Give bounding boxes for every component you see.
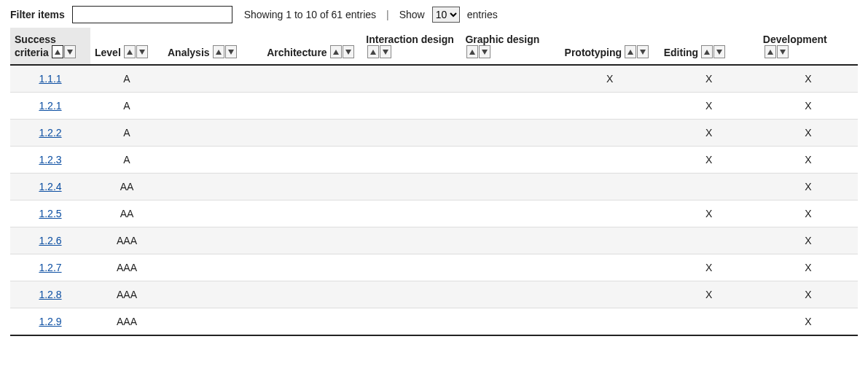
arrow-down-icon: [67, 50, 73, 55]
arrow-up-icon: [469, 50, 475, 55]
sort-desc-button[interactable]: [64, 45, 76, 58]
sort-desc-button[interactable]: [343, 45, 354, 58]
table-row: 1.2.5AAXX: [10, 200, 858, 227]
arrow-down-icon: [228, 50, 234, 55]
col-header-graphic: Graphic design: [461, 28, 560, 65]
success-criteria-link[interactable]: 1.2.5: [39, 208, 61, 219]
cell-sc: 1.2.6: [10, 227, 90, 254]
cell-development: X: [759, 120, 858, 147]
success-criteria-link[interactable]: 1.2.8: [39, 289, 61, 300]
cell-graphic: [461, 281, 560, 308]
cell-interaction: [361, 281, 461, 308]
cell-architecture: [262, 200, 361, 227]
col-header-prototyping: Prototyping: [560, 28, 660, 65]
cell-prototyping: [560, 120, 660, 147]
cell-interaction: [361, 200, 461, 227]
sort-asc-button[interactable]: [765, 45, 776, 58]
cell-architecture: [262, 254, 361, 281]
table-controls: Filter items Showing 1 to 10 of 61 entri…: [10, 6, 858, 23]
col-header-sc: Success criteria: [10, 28, 90, 65]
success-criteria-link[interactable]: 1.2.9: [39, 316, 61, 327]
cell-editing: X: [660, 120, 759, 147]
cell-prototyping: [560, 254, 660, 281]
cell-sc: 1.2.3: [10, 147, 90, 174]
cell-level: A: [90, 147, 163, 174]
cell-sc: 1.2.2: [10, 120, 90, 147]
sort-asc-button[interactable]: [330, 45, 342, 58]
cell-graphic: [461, 93, 560, 120]
sort-desc-button[interactable]: [380, 45, 391, 58]
sort-desc-button[interactable]: [225, 45, 237, 58]
cell-graphic: [461, 200, 560, 227]
filter-label: Filter items: [10, 9, 65, 20]
sort-asc-button[interactable]: [701, 45, 713, 58]
table-row: 1.2.2AXX: [10, 120, 858, 147]
arrow-up-icon: [767, 50, 773, 55]
arrow-up-icon: [216, 50, 222, 55]
table-body: 1.1.1AXXX1.2.1AXX1.2.2AXX1.2.3AXX1.2.4AA…: [10, 65, 858, 335]
success-criteria-link[interactable]: 1.2.1: [39, 100, 61, 112]
success-criteria-link[interactable]: 1.2.2: [39, 127, 61, 139]
arrow-down-icon: [640, 50, 646, 55]
sort-desc-button[interactable]: [136, 45, 148, 58]
sort-asc-button[interactable]: [52, 45, 63, 58]
sort-desc-button[interactable]: [637, 45, 649, 58]
cell-prototyping: [560, 281, 660, 308]
success-criteria-link[interactable]: 1.1.1: [39, 73, 61, 85]
cell-level: A: [90, 93, 163, 120]
arrow-up-icon: [627, 50, 633, 55]
cell-sc: 1.2.9: [10, 308, 90, 336]
sort-controls: [625, 45, 649, 58]
success-criteria-link[interactable]: 1.2.4: [39, 181, 61, 192]
sort-controls: [330, 45, 354, 58]
entries-per-page-select[interactable]: 10: [432, 7, 460, 23]
sort-asc-button[interactable]: [213, 45, 224, 58]
success-criteria-link[interactable]: 1.2.7: [39, 262, 61, 273]
cell-graphic: [461, 308, 560, 336]
cell-analysis: [163, 308, 262, 336]
col-header-label: Interaction design: [366, 34, 454, 45]
sort-controls: [466, 45, 490, 58]
cell-graphic: [461, 120, 560, 147]
cell-graphic: [461, 147, 560, 174]
cell-prototyping: [560, 227, 660, 254]
cell-editing: [660, 174, 759, 200]
arrow-down-icon: [383, 50, 388, 55]
col-header-label: Development: [763, 34, 827, 45]
arrow-down-icon: [139, 50, 145, 55]
arrow-up-icon: [55, 50, 60, 55]
sort-desc-button[interactable]: [479, 45, 490, 58]
success-criteria-link[interactable]: 1.2.3: [39, 154, 61, 165]
sort-desc-button[interactable]: [713, 45, 725, 58]
col-header-label: Success criteria: [15, 34, 56, 58]
cell-development: X: [759, 308, 858, 336]
cell-sc: 1.2.8: [10, 281, 90, 308]
sort-desc-button[interactable]: [777, 45, 789, 58]
cell-development: X: [759, 65, 858, 93]
sort-controls: [367, 45, 391, 58]
table-row: 1.2.4AAX: [10, 174, 858, 200]
sort-asc-button[interactable]: [466, 45, 478, 58]
cell-interaction: [361, 147, 461, 174]
table-header: Success criteriaLevelAnalysisArchitectur…: [10, 28, 858, 65]
filter-input[interactable]: [72, 6, 232, 23]
sort-asc-button[interactable]: [367, 45, 379, 58]
cell-architecture: [262, 174, 361, 200]
sort-asc-button[interactable]: [124, 45, 136, 58]
cell-analysis: [163, 254, 262, 281]
cell-analysis: [163, 200, 262, 227]
col-header-architecture: Architecture: [262, 28, 361, 65]
cell-level: A: [90, 120, 163, 147]
arrow-up-icon: [127, 50, 133, 55]
data-table: Success criteriaLevelAnalysisArchitectur…: [10, 28, 858, 336]
cell-level: AAA: [90, 254, 163, 281]
sort-asc-button[interactable]: [625, 45, 636, 58]
arrow-up-icon: [333, 50, 339, 55]
cell-development: X: [759, 200, 858, 227]
col-header-level: Level: [90, 28, 163, 65]
success-criteria-link[interactable]: 1.2.6: [39, 235, 61, 246]
col-header-editing: Editing: [660, 28, 759, 65]
cell-interaction: [361, 254, 461, 281]
table-row: 1.2.7AAAXX: [10, 254, 858, 281]
cell-interaction: [361, 93, 461, 120]
